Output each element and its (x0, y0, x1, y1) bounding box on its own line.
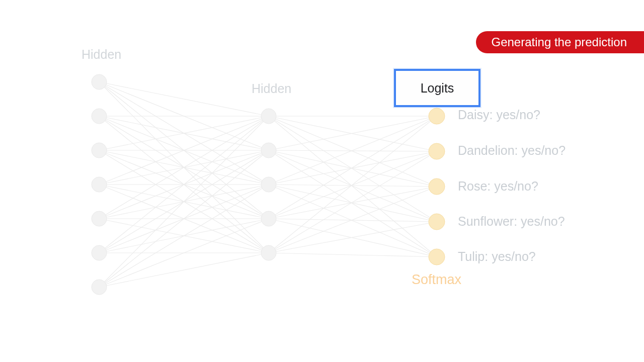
svg-point-74 (429, 178, 445, 195)
svg-line-49 (269, 185, 437, 257)
svg-line-38 (269, 116, 437, 222)
class-label-dandelion: Dandelion: yes/no? (458, 143, 566, 158)
svg-line-30 (99, 116, 269, 287)
svg-point-65 (92, 245, 107, 260)
svg-line-42 (269, 150, 437, 187)
hidden-layer-1-label: Hidden (82, 47, 121, 62)
svg-line-52 (269, 187, 437, 219)
svg-line-46 (269, 151, 437, 185)
svg-point-68 (261, 143, 276, 158)
logits-highlight-box: Logits (394, 69, 480, 107)
class-label-daisy: Daisy: yes/no? (458, 108, 540, 122)
svg-line-34 (99, 253, 269, 287)
class-label-rose: Rose: yes/no? (458, 179, 538, 194)
svg-point-70 (261, 211, 276, 226)
svg-line-57 (269, 187, 437, 253)
svg-line-59 (269, 253, 437, 257)
svg-point-60 (92, 74, 107, 89)
svg-line-32 (99, 185, 269, 287)
svg-point-71 (261, 245, 276, 260)
class-label-tulip: Tulip: yes/no? (458, 249, 536, 264)
svg-point-63 (92, 177, 107, 192)
svg-point-66 (92, 280, 107, 295)
svg-line-53 (269, 219, 437, 222)
hidden-layer-2-label: Hidden (252, 81, 291, 96)
svg-line-0 (99, 82, 269, 116)
svg-point-69 (261, 177, 276, 192)
header-pill-label: Generating the prediction (491, 35, 627, 49)
svg-point-62 (92, 143, 107, 158)
svg-point-67 (261, 109, 276, 124)
header-pill: Generating the prediction (476, 31, 644, 53)
logits-label: Logits (421, 81, 454, 96)
svg-point-61 (92, 109, 107, 124)
svg-point-73 (429, 143, 445, 159)
svg-point-64 (92, 211, 107, 226)
svg-point-75 (429, 214, 445, 230)
class-label-sunflower: Sunflower: yes/no? (458, 214, 565, 229)
svg-point-76 (429, 249, 445, 265)
softmax-label: Softmax (412, 272, 461, 288)
svg-point-72 (429, 108, 445, 124)
